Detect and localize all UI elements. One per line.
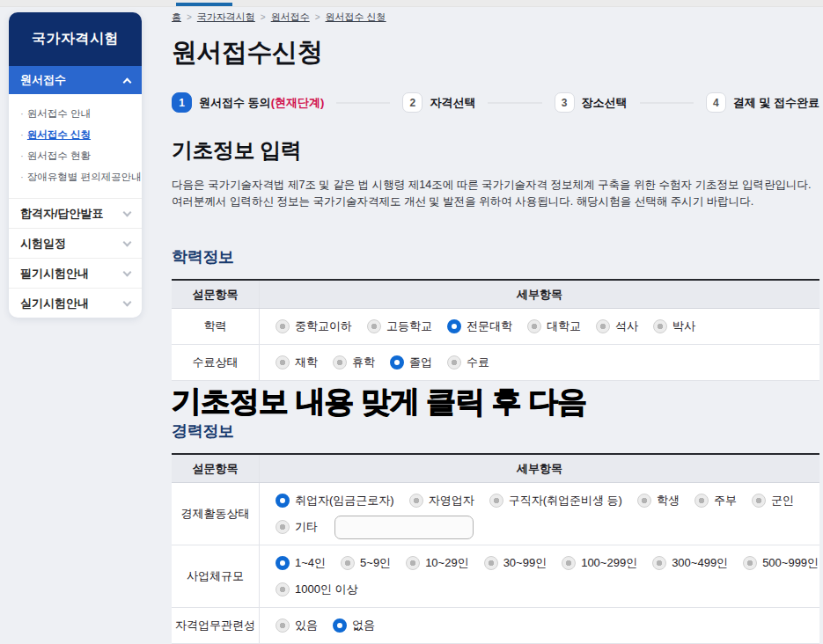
radio-option[interactable]: 전문대학 <box>447 318 512 334</box>
breadcrumb: 홈>국가자격시험>원서접수>원서접수 신청 <box>172 11 819 24</box>
radio-option[interactable]: 졸업 <box>390 355 432 370</box>
sidebar-section[interactable]: 실기시험안내 <box>9 288 142 318</box>
radio-label: 1000인 이상 <box>295 582 358 597</box>
radio-option[interactable]: 100~299인 <box>562 555 637 571</box>
sidebar-section[interactable]: 필기시험안내 <box>9 258 142 288</box>
radio-option[interactable]: 석사 <box>596 318 638 334</box>
radio-option[interactable]: 없음 <box>333 618 375 633</box>
radio-option[interactable]: 30~99인 <box>484 555 547 571</box>
career-table: 설문항목세부항목경제활동상태취업자(임금근로자)자영업자구직자(취업준비생 등)… <box>172 453 819 644</box>
radio-selected-icon[interactable] <box>447 319 461 333</box>
radio-unselected-icon[interactable] <box>637 494 651 508</box>
radio-unselected-icon[interactable] <box>652 556 666 570</box>
options-line: 재학휴학졸업수료 <box>276 349 812 376</box>
radio-option[interactable]: 학생 <box>637 493 680 509</box>
radio-unselected-icon[interactable] <box>653 319 667 333</box>
radio-option[interactable]: 1000인 이상 <box>276 582 358 597</box>
radio-option[interactable]: 박사 <box>653 318 695 334</box>
education-table: 설문항목세부항목학력중학교이하고등학교전문대학대학교석사박사수료상태재학휴학졸업… <box>172 279 819 381</box>
breadcrumb-separator: > <box>315 12 320 22</box>
radio-option[interactable]: 취업자(임금근로자) <box>276 493 394 509</box>
step-connector <box>336 102 390 104</box>
radio-unselected-icon[interactable] <box>694 494 709 508</box>
chevron-down-icon <box>123 208 132 216</box>
radio-selected-icon[interactable] <box>333 618 347 633</box>
sidebar-section[interactable]: 합격자/답안발표 <box>9 198 142 228</box>
breadcrumb-link[interactable]: 원서접수 신청 <box>326 11 386 24</box>
radio-option[interactable]: 500~999인 <box>743 555 819 571</box>
radio-unselected-icon[interactable] <box>409 494 423 508</box>
radio-unselected-icon[interactable] <box>743 556 757 570</box>
radio-selected-icon[interactable] <box>276 494 290 508</box>
description-line: 다음은 국가기술자격법 제7조 및 같은 법 시행령 제14조에 따른 국가기술… <box>172 177 819 194</box>
radio-unselected-icon[interactable] <box>562 556 576 570</box>
row-options: 재학휴학졸업수료 <box>260 345 819 380</box>
radio-option[interactable]: 수료 <box>447 355 489 370</box>
column-header: 세부항목 <box>260 281 819 308</box>
breadcrumb-separator: > <box>261 12 266 22</box>
radio-unselected-icon[interactable] <box>276 582 290 596</box>
breadcrumb-link[interactable]: 원서접수 <box>271 11 310 24</box>
radio-unselected-icon[interactable] <box>333 355 347 370</box>
breadcrumb-link[interactable]: 홈 <box>172 11 181 24</box>
radio-unselected-icon[interactable] <box>596 319 610 333</box>
section-heading-career: 경력정보 <box>172 421 819 442</box>
etc-input[interactable] <box>334 516 474 539</box>
radio-option[interactable]: 휴학 <box>333 355 375 370</box>
sidebar-subitem[interactable]: ·원서접수 안내 <box>20 103 130 124</box>
options-line: 1000인 이상 <box>276 576 819 603</box>
radio-unselected-icon[interactable] <box>489 494 503 508</box>
sidebar-item-application[interactable]: 원서접수 <box>9 66 142 94</box>
global-nav-active-indicator <box>176 3 232 6</box>
radio-option[interactable]: 기타 <box>276 519 318 535</box>
bullet: · <box>20 129 24 140</box>
radio-label: 휴학 <box>352 355 375 370</box>
radio-unselected-icon[interactable] <box>367 319 381 333</box>
radio-option[interactable]: 1~4인 <box>276 555 326 571</box>
radio-unselected-icon[interactable] <box>276 520 290 534</box>
radio-selected-icon[interactable] <box>276 556 290 570</box>
radio-option[interactable]: 10~29인 <box>406 555 469 571</box>
row-options: 중학교이하고등학교전문대학대학교석사박사 <box>260 309 819 344</box>
sidebar-subitem[interactable]: ·원서접수 신청 <box>20 124 130 145</box>
radio-label: 10~29인 <box>425 555 469 571</box>
step-item: 3장소선택 <box>555 92 628 113</box>
radio-unselected-icon[interactable] <box>752 494 766 508</box>
radio-selected-icon[interactable] <box>390 355 404 370</box>
radio-label: 박사 <box>672 318 695 334</box>
radio-option[interactable]: 대학교 <box>527 318 581 334</box>
radio-label: 자영업자 <box>429 493 474 509</box>
radio-option[interactable]: 5~9인 <box>341 555 391 571</box>
radio-option[interactable]: 재학 <box>276 355 318 370</box>
radio-option[interactable]: 군인 <box>752 493 794 509</box>
radio-unselected-icon[interactable] <box>341 556 355 570</box>
step-indicator: 1원서접수 동의(현재단계)2자격선택3장소선택4결제 및 접수완료 <box>172 92 819 113</box>
radio-unselected-icon[interactable] <box>276 355 290 370</box>
radio-unselected-icon[interactable] <box>484 556 498 570</box>
sidebar-subitem[interactable]: ·원서접수 현황 <box>20 145 130 166</box>
radio-unselected-icon[interactable] <box>276 319 290 333</box>
radio-option[interactable]: 300~499인 <box>652 555 728 571</box>
radio-option[interactable]: 주부 <box>694 493 737 509</box>
breadcrumb-link[interactable]: 국가자격시험 <box>197 11 255 24</box>
radio-option[interactable]: 고등학교 <box>367 318 432 334</box>
radio-option[interactable]: 중학교이하 <box>276 318 352 334</box>
radio-option[interactable]: 구직자(취업준비생 등) <box>489 493 622 509</box>
chevron-up-icon <box>123 77 132 86</box>
table-row: 사업체규모1~4인5~9인10~29인30~99인100~299인300~499… <box>172 545 819 608</box>
chevron-down-icon <box>123 297 132 306</box>
row-label: 학력 <box>172 309 260 344</box>
radio-option[interactable]: 있음 <box>276 618 318 633</box>
radio-unselected-icon[interactable] <box>527 319 541 333</box>
options-line: 있음없음 <box>276 612 812 639</box>
section-heading-basic-info: 기초정보 입력 <box>172 136 819 165</box>
sidebar-section[interactable]: 시험일정 <box>9 228 142 258</box>
radio-label: 군인 <box>771 493 794 509</box>
sidebar-subitem[interactable]: ·장애유형별 편의제공안내 <box>20 166 130 187</box>
table-row: 학력중학교이하고등학교전문대학대학교석사박사 <box>172 309 819 345</box>
radio-option[interactable]: 자영업자 <box>409 493 474 509</box>
radio-unselected-icon[interactable] <box>276 618 290 633</box>
radio-label: 300~499인 <box>672 555 728 571</box>
radio-unselected-icon[interactable] <box>406 556 420 570</box>
radio-unselected-icon[interactable] <box>447 355 461 370</box>
